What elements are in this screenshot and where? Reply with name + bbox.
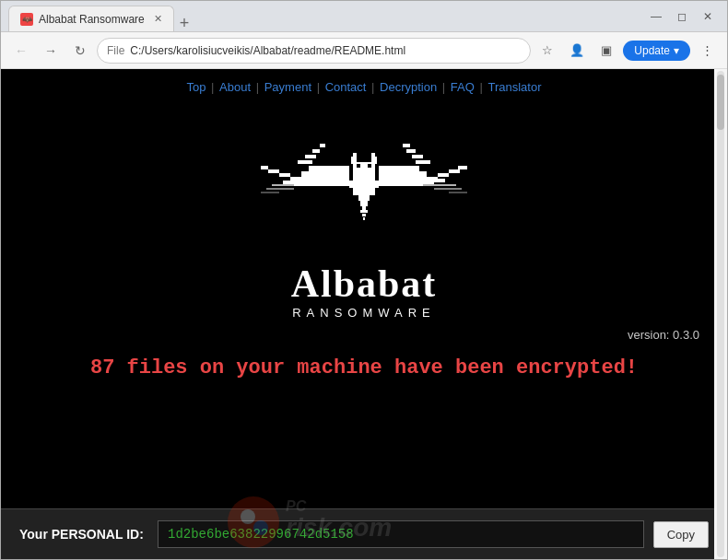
svg-rect-36 xyxy=(368,164,371,168)
svg-rect-37 xyxy=(351,157,357,164)
svg-rect-41 xyxy=(272,184,309,186)
address-bar[interactable]: File C:/Users/karolisiucveikis/Albabat/r… xyxy=(97,38,531,64)
svg-rect-28 xyxy=(412,155,423,158)
svg-rect-33 xyxy=(434,179,445,182)
svg-rect-42 xyxy=(266,188,294,190)
tab-favicon: 🦇 xyxy=(20,13,33,26)
svg-rect-43 xyxy=(261,192,279,193)
svg-rect-0 xyxy=(353,173,375,181)
nav-sep-2: | xyxy=(256,80,263,94)
tab-close-button[interactable]: ✕ xyxy=(154,13,162,25)
svg-rect-18 xyxy=(305,181,349,186)
update-chevron-icon: ▾ xyxy=(674,44,679,57)
svg-rect-45 xyxy=(434,188,462,190)
svg-rect-14 xyxy=(312,149,320,153)
svg-rect-38 xyxy=(371,157,377,164)
svg-rect-6 xyxy=(309,166,349,171)
svg-rect-25 xyxy=(449,169,460,173)
svg-rect-22 xyxy=(379,171,427,177)
bookmark-button[interactable]: ☆ xyxy=(534,38,560,64)
version-text: version: 0.3.0 xyxy=(628,328,727,342)
svg-rect-21 xyxy=(379,166,419,171)
new-tab-button[interactable]: + xyxy=(174,15,195,31)
svg-rect-12 xyxy=(298,160,312,164)
nav-sep-5: | xyxy=(442,80,449,94)
svg-rect-13 xyxy=(305,155,316,158)
nav-links: Top | About | Payment | Contact | Decryp… xyxy=(186,69,541,101)
minimize-button[interactable]: — xyxy=(644,7,668,26)
svg-rect-32 xyxy=(423,181,434,184)
scrollbar-thumb[interactable] xyxy=(717,75,724,130)
svg-rect-39 xyxy=(353,153,357,157)
brand-name: Albabat xyxy=(291,262,438,306)
tab-area: 🦇 Albabat Ransomware ✕ + xyxy=(8,1,639,31)
svg-rect-24 xyxy=(438,173,449,177)
svg-rect-26 xyxy=(458,166,467,169)
url-text: C:/Users/karolisiucveikis/Albabat/readme… xyxy=(130,44,521,57)
nav-contact-link[interactable]: Contact xyxy=(325,80,367,94)
update-button[interactable]: Update ▾ xyxy=(623,41,690,61)
nav-sep-6: | xyxy=(479,80,486,94)
nav-sep-4: | xyxy=(371,80,378,94)
svg-rect-47 xyxy=(360,210,368,213)
profile-button[interactable]: 👤 xyxy=(564,38,590,64)
svg-rect-9 xyxy=(279,173,290,177)
personal-id-label: Your PERSONAL ID: xyxy=(19,527,148,542)
svg-rect-48 xyxy=(362,214,366,216)
svg-rect-4 xyxy=(360,201,368,206)
svg-rect-2 xyxy=(353,188,375,195)
tab-title: Albabat Ransomware xyxy=(39,13,145,26)
svg-rect-29 xyxy=(406,149,416,153)
close-button[interactable]: ✕ xyxy=(696,7,720,26)
svg-rect-15 xyxy=(320,144,325,147)
svg-rect-20 xyxy=(283,181,294,184)
personal-id-value[interactable] xyxy=(158,520,644,548)
file-label: File xyxy=(107,44,124,57)
svg-rect-5 xyxy=(362,206,366,210)
svg-rect-40 xyxy=(371,153,375,157)
svg-rect-46 xyxy=(449,192,467,193)
svg-rect-27 xyxy=(416,160,430,164)
svg-rect-11 xyxy=(261,166,268,169)
page-content: Top | About | Payment | Contact | Decryp… xyxy=(1,69,727,559)
warning-text: 87 files on your machine have been encry… xyxy=(72,342,656,389)
svg-rect-31 xyxy=(379,181,423,186)
bat-logo xyxy=(253,111,475,258)
svg-rect-44 xyxy=(419,184,456,186)
nav-faq-link[interactable]: FAQ xyxy=(451,80,475,94)
svg-rect-35 xyxy=(357,164,360,168)
extensions-button[interactable]: ▣ xyxy=(593,38,619,64)
copy-button[interactable]: Copy xyxy=(653,521,709,548)
svg-rect-49 xyxy=(363,217,365,220)
nav-sep-3: | xyxy=(317,80,323,94)
toolbar: ← → ↻ File C:/Users/karolisiucveikis/Alb… xyxy=(1,32,727,69)
active-tab[interactable]: 🦇 Albabat Ransomware ✕ xyxy=(8,6,174,31)
scrollbar-track xyxy=(717,71,724,557)
forward-button[interactable]: → xyxy=(38,38,64,64)
svg-rect-16 xyxy=(323,171,349,177)
back-button[interactable]: ← xyxy=(8,38,34,64)
svg-rect-30 xyxy=(403,144,410,147)
reload-button[interactable]: ↻ xyxy=(67,38,93,64)
menu-button[interactable]: ⋮ xyxy=(694,38,720,64)
window-controls: — ◻ ✕ xyxy=(644,7,720,26)
scrollbar[interactable] xyxy=(714,69,727,559)
nav-sep-1: | xyxy=(211,80,217,94)
logo-area: Albabat RANSOMWARE xyxy=(253,101,475,324)
title-bar: 🦇 Albabat Ransomware ✕ + — ◻ ✕ xyxy=(1,1,727,32)
restore-button[interactable]: ◻ xyxy=(670,7,694,26)
nav-about-link[interactable]: About xyxy=(219,80,251,94)
nav-top-link[interactable]: Top xyxy=(186,80,205,94)
nav-decryption-link[interactable]: Decryption xyxy=(380,80,437,94)
nav-translator-link[interactable]: Translator xyxy=(487,80,541,94)
browser-window: 🦇 Albabat Ransomware ✕ + — ◻ ✕ ← → ↻ Fil… xyxy=(0,0,728,560)
personal-id-section: Your PERSONAL ID: Copy xyxy=(1,508,727,559)
svg-rect-1 xyxy=(349,181,379,188)
nav-payment-link[interactable]: Payment xyxy=(264,80,311,94)
brand-subtitle: RANSOMWARE xyxy=(292,306,436,320)
svg-rect-10 xyxy=(268,169,279,173)
toolbar-actions: ☆ 👤 ▣ Update ▾ ⋮ xyxy=(534,38,720,64)
svg-rect-3 xyxy=(358,195,370,201)
